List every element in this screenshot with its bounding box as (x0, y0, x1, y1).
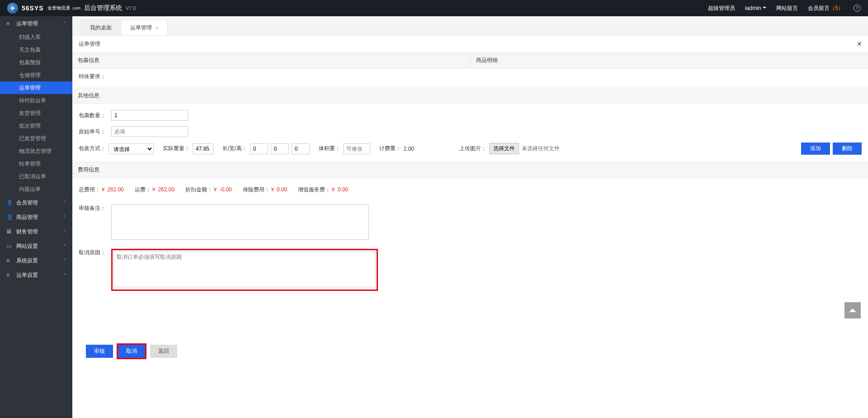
user-menu[interactable]: iadmin (745, 5, 766, 11)
charge-weight-value: 2.00 (404, 146, 414, 152)
menu-group-3[interactable]: 🏛财务管理˅ (0, 224, 72, 239)
sidebar-item[interactable]: 已发货管理 (0, 132, 72, 145)
panel-title: 运单管理 (79, 40, 100, 48)
system-title: 后台管理系统 (84, 4, 122, 12)
cancel-button[interactable]: 取消 (118, 345, 145, 358)
sidebar-item[interactable]: 发货管理 (0, 107, 72, 119)
sidebar-item[interactable]: 物流状态管理 (0, 145, 72, 157)
audit-note-label: 审核备注： (79, 204, 106, 212)
orig-no-input[interactable] (111, 126, 188, 137)
header-right: 超级管理员 iadmin 网站留言 会员留言（5） ? (708, 5, 861, 12)
tab-1[interactable]: 运单管理× (121, 20, 168, 35)
ship-fee: 运费：￥ 262.00 (135, 186, 175, 194)
upload-label: 上传图片： (459, 145, 486, 152)
fee-info-head: 费用信息 (72, 162, 868, 178)
menu-icon: ≡ (6, 257, 13, 264)
choose-file-button[interactable]: 选择文件 (489, 143, 519, 154)
logo-main: 56SYS (22, 5, 44, 12)
sidebar-item[interactable]: 已取消运单 (0, 170, 72, 183)
content: 特殊要求： 其他信息 包裹数量： 原始单号： 包装方式： 请选择 (72, 68, 868, 418)
actual-weight-label: 实际重量： (163, 145, 190, 152)
sidebar-item[interactable]: 包裹预报 (0, 56, 72, 69)
dims-label: 长/宽/高： (222, 145, 247, 152)
help-icon[interactable]: ? (854, 5, 861, 12)
menu-icon: 🏛 (6, 228, 13, 235)
insurance: 保险费用：￥ 0.00 (243, 186, 288, 194)
cancel-reason-label: 取消原因： (79, 249, 106, 256)
logo: ✈ 56SYS 全景物流通 .com (7, 3, 80, 14)
sidebar-item[interactable]: 问题运单 (0, 183, 72, 195)
cancel-reason-input[interactable] (113, 251, 376, 287)
chevron-icon: ˅ (64, 244, 66, 249)
cancel-reason-highlight (111, 249, 378, 291)
chevron-icon: ˅ (64, 273, 66, 278)
audit-note-input[interactable] (111, 204, 369, 240)
sidebar: ≡运单管理˄扫描入库无主包裹包裹预报仓储管理运单管理待付款运单发货管理批次管理已… (0, 16, 72, 418)
menu-icon: ≡ (6, 20, 13, 27)
sidebar-item[interactable]: 仓储管理 (0, 69, 72, 81)
menu-icon: 👤 (6, 200, 13, 206)
logo-sub: .com (72, 6, 81, 10)
discount: 折扣金额：￥ -0.00 (185, 186, 232, 194)
sub-tabs: 包裹信息 商品明细 (72, 53, 868, 68)
pkg-count-label: 包裹数量： (79, 112, 106, 119)
dim-l-input[interactable] (250, 143, 268, 154)
no-file-label: 未选择任何文件 (522, 145, 560, 152)
tabs: 我的桌面运单管理× (72, 16, 868, 36)
vas-fee: 增值服务费：￥ 0.00 (298, 186, 348, 194)
dim-h-input[interactable] (292, 143, 310, 154)
main: 我的桌面运单管理× 运单管理 × 包裹信息 商品明细 特殊要求： 其他信息 包裹… (72, 16, 868, 418)
header: ✈ 56SYS 全景物流通 .com 后台管理系统 V7.0 超级管理员 iad… (0, 0, 868, 16)
cancel-highlight: 取消 (117, 343, 146, 359)
sidebar-item[interactable]: 批次管理 (0, 119, 72, 132)
bottom-actions: 审核 取消 返回 (79, 339, 862, 364)
vol-weight-label: 体积重： (319, 145, 340, 152)
chevron-icon: ˅ (64, 215, 66, 220)
total-fee: 总费用：￥ 262.00 (79, 186, 124, 194)
version: V7.0 (126, 5, 136, 11)
logo-icon: ✈ (7, 3, 18, 14)
site-message-link[interactable]: 网站留言 (776, 5, 798, 12)
dim-w-input[interactable] (271, 143, 289, 154)
pkg-count-input[interactable] (111, 110, 188, 121)
delete-button[interactable]: 删除 (833, 142, 862, 155)
chevron-icon: ˅ (64, 200, 66, 205)
sidebar-item[interactable]: 待付款运单 (0, 94, 72, 107)
menu-icon: ▭ (6, 243, 13, 249)
orig-no-label: 原始单号： (79, 128, 106, 136)
actual-weight-input[interactable] (193, 143, 213, 154)
menu-group-4[interactable]: ▭网站设置˅ (0, 239, 72, 253)
audit-button[interactable]: 审核 (86, 345, 113, 358)
sidebar-item[interactable]: 转单管理 (0, 157, 72, 170)
panel-title-bar: 运单管理 × (72, 36, 868, 53)
logo-tag: 全景物流通 (47, 5, 70, 11)
pack-method-select[interactable]: 请选择 (108, 143, 154, 154)
menu-icon: 👤 (6, 214, 13, 220)
menu-icon: ≡ (6, 272, 13, 278)
back-button[interactable]: 返回 (150, 345, 177, 358)
menu-group-6[interactable]: ≡运单设置˅ (0, 268, 72, 282)
sidebar-item[interactable]: 扫描入库 (0, 31, 72, 43)
chevron-icon: ˅ (64, 258, 66, 263)
menu-group-2[interactable]: 👤商品管理˅ (0, 210, 72, 224)
tab-0[interactable]: 我的桌面 (80, 20, 121, 35)
menu-group-5[interactable]: ≡系统设置˅ (0, 253, 72, 268)
menu-group-0[interactable]: ≡运单管理˄ (0, 16, 72, 31)
tab-close-icon[interactable]: × (156, 25, 158, 30)
add-button[interactable]: 添加 (801, 142, 830, 155)
sidebar-item[interactable]: 运单管理 (0, 81, 72, 94)
sub-tab-package[interactable]: 包裹信息 (72, 53, 471, 68)
other-info-head: 其他信息 (72, 88, 868, 104)
special-req-label: 特殊要求： (79, 73, 106, 81)
chevron-icon: ˄ (64, 21, 66, 26)
sidebar-item[interactable]: 无主包裹 (0, 43, 72, 56)
chevron-icon: ˅ (64, 229, 66, 234)
scroll-top-button[interactable] (844, 302, 861, 318)
vol-weight-input[interactable] (343, 143, 370, 154)
charge-weight-label: 计费重： (379, 145, 401, 152)
menu-group-1[interactable]: 👤会员管理˅ (0, 195, 72, 210)
member-message-link[interactable]: 会员留言（5） (808, 5, 844, 12)
close-icon[interactable]: × (857, 39, 862, 49)
role-label[interactable]: 超级管理员 (708, 5, 735, 12)
sub-tab-goods[interactable]: 商品明细 (471, 53, 868, 68)
